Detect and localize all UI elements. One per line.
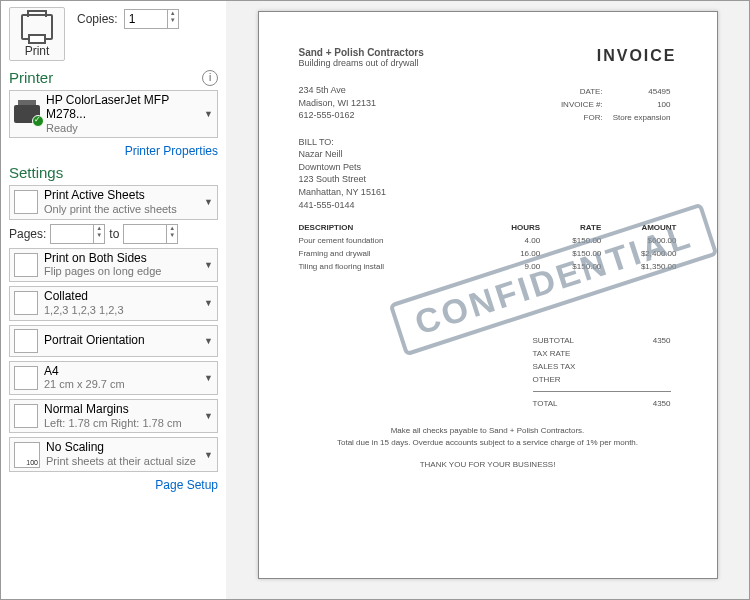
page-from-input[interactable]	[51, 225, 93, 243]
setting-title: Print Active Sheets	[44, 189, 198, 203]
scaling-icon: 100	[14, 442, 40, 468]
chevron-down-icon[interactable]: ▼	[168, 17, 178, 24]
printer-heading: Printer	[9, 69, 53, 86]
print-scope-select[interactable]: Print Active Sheets Only print the activ…	[9, 185, 218, 219]
chevron-down-icon: ▼	[204, 260, 213, 270]
chevron-up-icon[interactable]: ▲	[168, 10, 178, 17]
setting-sub: Left: 1.78 cm Right: 1.78 cm	[44, 417, 198, 430]
info-icon[interactable]: i	[202, 70, 218, 86]
chevron-down-icon: ▼	[204, 336, 213, 346]
chevron-down-icon: ▼	[204, 373, 213, 383]
print-label: Print	[12, 44, 62, 58]
print-button[interactable]: Print	[9, 7, 65, 61]
collation-select[interactable]: Collated 1,2,3 1,2,3 1,2,3 ▼	[9, 286, 218, 320]
printer-status: Ready	[46, 122, 198, 135]
billto-line: Downtown Pets	[299, 161, 677, 174]
company-tagline: Building dreams out of drywall	[299, 58, 424, 68]
orientation-select[interactable]: Portrait Orientation ▼	[9, 325, 218, 357]
page-from-spinner[interactable]: ▲▼	[50, 224, 105, 244]
preview-area: Sand + Polish Contractors Building dream…	[226, 1, 749, 599]
copies-spinner[interactable]: ▲▼	[124, 9, 179, 29]
billto-line: Nazar Neill	[299, 148, 677, 161]
pages-to-label: to	[109, 227, 119, 241]
footer-line: Total due in 15 days. Overdue accounts s…	[299, 437, 677, 449]
printer-icon	[21, 14, 53, 40]
settings-heading: Settings	[9, 164, 218, 181]
from-line: 612-555-0162	[299, 109, 377, 122]
footer-line: Make all checks payable to Sand + Polish…	[299, 425, 677, 437]
chevron-down-icon: ▼	[204, 109, 213, 119]
two-sided-icon	[14, 253, 38, 277]
company-name: Sand + Polish Contractors	[299, 47, 424, 58]
setting-sub: 21 cm x 29.7 cm	[44, 378, 198, 391]
collated-icon	[14, 291, 38, 315]
portrait-icon	[14, 329, 38, 353]
from-line: Madison, WI 12131	[299, 97, 377, 110]
footer-line: THANK YOU FOR YOUR BUSINESS!	[299, 459, 677, 471]
margins-icon	[14, 404, 38, 428]
invoice-totals: SUBTOTAL4350 TAX RATE SALES TAX OTHER TO…	[527, 333, 677, 411]
paper-size-select[interactable]: A4 21 cm x 29.7 cm ▼	[9, 361, 218, 395]
chevron-down-icon: ▼	[204, 298, 213, 308]
chevron-down-icon: ▼	[204, 197, 213, 207]
setting-title: A4	[44, 365, 198, 379]
page-to-input[interactable]	[124, 225, 166, 243]
setting-title: Normal Margins	[44, 403, 198, 417]
setting-title: Portrait Orientation	[44, 334, 198, 348]
page-to-spinner[interactable]: ▲▼	[123, 224, 178, 244]
setting-sub: 1,2,3 1,2,3 1,2,3	[44, 304, 198, 317]
copies-label: Copies:	[77, 12, 118, 26]
setting-sub: Flip pages on long edge	[44, 265, 198, 278]
page-icon	[14, 366, 38, 390]
invoice-meta: DATE:45495 INVOICE #:100 FOR:Store expan…	[555, 84, 677, 126]
setting-sub: Print sheets at their actual size	[46, 455, 198, 468]
printer-select[interactable]: HP ColorLaserJet MFP M278... Ready ▼	[9, 90, 218, 138]
printer-device-icon	[14, 105, 40, 123]
margins-select[interactable]: Normal Margins Left: 1.78 cm Right: 1.78…	[9, 399, 218, 433]
pages-label: Pages:	[9, 227, 46, 241]
invoice-title: INVOICE	[597, 47, 677, 65]
page-setup-link[interactable]: Page Setup	[9, 478, 218, 492]
chevron-down-icon: ▼	[204, 411, 213, 421]
billto-line: 123 South Street	[299, 173, 677, 186]
setting-sub: Only print the active sheets	[44, 203, 198, 216]
sides-select[interactable]: Print on Both Sides Flip pages on long e…	[9, 248, 218, 282]
printer-name: HP ColorLaserJet MFP M278...	[46, 94, 198, 122]
billto-heading: BILL TO:	[299, 136, 677, 149]
sheets-icon	[14, 190, 38, 214]
setting-title: No Scaling	[46, 441, 198, 455]
billto-line: Manhattan, NY 15161	[299, 186, 677, 199]
setting-title: Collated	[44, 290, 198, 304]
chevron-down-icon: ▼	[204, 450, 213, 460]
billto-line: 441-555-0144	[299, 199, 677, 212]
print-preview-page: Sand + Polish Contractors Building dream…	[258, 11, 718, 579]
scaling-select[interactable]: 100 No Scaling Print sheets at their act…	[9, 437, 218, 471]
copies-input[interactable]	[125, 10, 167, 28]
setting-title: Print on Both Sides	[44, 252, 198, 266]
printer-properties-link[interactable]: Printer Properties	[9, 144, 218, 158]
from-line: 234 5th Ave	[299, 84, 377, 97]
